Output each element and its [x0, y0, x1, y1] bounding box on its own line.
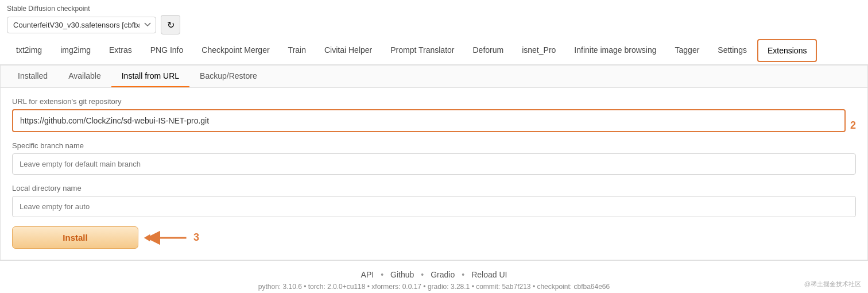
- nav-tab-img2img[interactable]: img2img: [51, 40, 100, 61]
- nav-tab-train[interactable]: Train: [279, 40, 315, 61]
- url-label: URL for extension's git repository: [12, 97, 856, 106]
- footer: API • Github • Gradio • Reload UI python…: [0, 260, 868, 293]
- sub-tab-install-from-url[interactable]: Install from URL: [111, 65, 189, 87]
- nav-tab-prompt-translator[interactable]: Prompt Translator: [381, 40, 463, 61]
- nav-tab-extras[interactable]: Extras: [100, 40, 141, 61]
- dir-label: Local directory name: [12, 184, 856, 192]
- footer-meta: python: 3.10.6 • torch: 2.0.0+cu118 • xf…: [0, 283, 868, 291]
- watermark: @稀土掘金技术社区: [804, 280, 861, 288]
- nav-tab-civitai-helper[interactable]: Civitai Helper: [315, 40, 381, 61]
- sub-tab-available[interactable]: Available: [58, 65, 111, 87]
- arrow-icon: [143, 230, 189, 246]
- branch-input[interactable]: [12, 153, 856, 175]
- nav-tab-extensions[interactable]: Extensions: [757, 39, 817, 62]
- nav-tab-tagger[interactable]: Tagger: [666, 40, 709, 61]
- checkpoint-row: CounterfeitV30_v30.safetensors [cbfba64e…: [7, 15, 861, 34]
- checkpoint-select[interactable]: CounterfeitV30_v30.safetensors [cbfba64e…: [7, 17, 156, 33]
- install-button[interactable]: Install: [12, 226, 138, 249]
- nav-tab-isnet-pro[interactable]: isnet_Pro: [513, 40, 565, 61]
- nav-tab-infinite-image-browsing[interactable]: Infinite image browsing: [565, 40, 665, 61]
- footer-links: API • Github • Gradio • Reload UI: [0, 270, 868, 279]
- nav-tab-settings[interactable]: Settings: [708, 40, 756, 61]
- sub-tabs: InstalledAvailableInstall from URLBackup…: [1, 65, 867, 88]
- gradio-link[interactable]: Gradio: [431, 270, 455, 279]
- sub-tab-backup-restore[interactable]: Backup/Restore: [189, 65, 268, 87]
- tab-content: URL for extension's git repository 2 Spe…: [1, 88, 867, 258]
- annotation-3: 3: [193, 232, 199, 244]
- nav-tabs: txt2imgimg2imgExtrasPNG InfoCheckpoint M…: [0, 37, 868, 65]
- checkpoint-label: Stable Diffusion checkpoint: [7, 5, 861, 13]
- reload-ui-link[interactable]: Reload UI: [471, 270, 507, 279]
- api-link[interactable]: API: [361, 270, 374, 279]
- content-area: InstalledAvailableInstall from URLBackup…: [0, 65, 868, 260]
- refresh-icon: ↻: [167, 20, 175, 30]
- top-bar: Stable Diffusion checkpoint CounterfeitV…: [0, 0, 868, 37]
- nav-tab-png-info[interactable]: PNG Info: [141, 40, 193, 61]
- sub-tab-installed[interactable]: Installed: [7, 65, 58, 87]
- install-annotation: 3: [143, 230, 199, 246]
- nav-tab-deforum[interactable]: Deforum: [464, 40, 513, 61]
- dir-input[interactable]: [12, 196, 856, 217]
- install-row: Install 3: [12, 226, 856, 249]
- github-link[interactable]: Github: [390, 270, 414, 279]
- svg-marker-0: [144, 234, 150, 241]
- url-input[interactable]: [12, 109, 846, 132]
- nav-tab-txt2img[interactable]: txt2img: [7, 40, 51, 61]
- refresh-checkpoint-button[interactable]: ↻: [161, 15, 180, 34]
- annotation-2: 2: [850, 119, 856, 132]
- branch-label: Specific branch name: [12, 141, 856, 150]
- nav-tab-checkpoint-merger[interactable]: Checkpoint Merger: [192, 40, 278, 61]
